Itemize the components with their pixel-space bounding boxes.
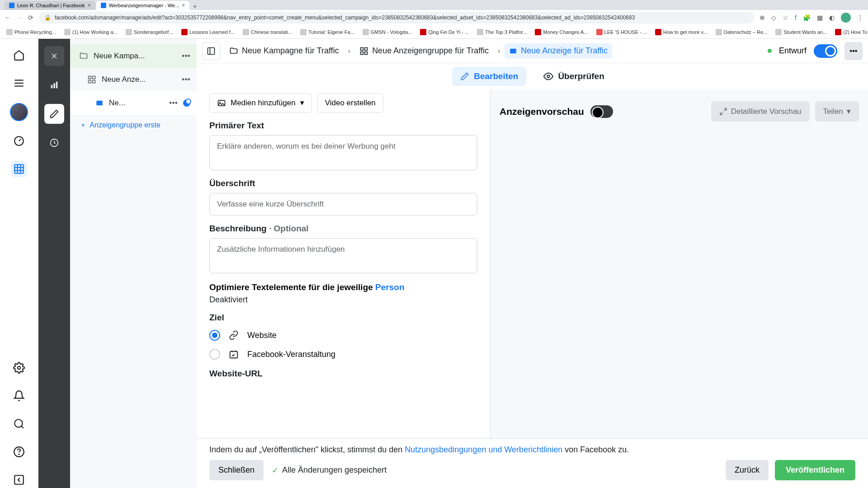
clock-icon[interactable] xyxy=(44,133,64,153)
share-button[interactable]: Teilen ▾ xyxy=(815,101,859,122)
headline-label: Überschrift xyxy=(209,178,477,188)
option-label: Website xyxy=(247,331,277,340)
add-adset-button[interactable]: + Anzeigengruppe erste xyxy=(70,115,197,136)
website-url-label: Website-URL xyxy=(209,369,477,379)
extension-icon[interactable]: ▦ xyxy=(817,14,823,21)
svg-rect-18 xyxy=(53,83,55,88)
search-icon[interactable]: ⊕ xyxy=(760,14,765,21)
close-icon[interactable]: × xyxy=(182,2,185,9)
terms-link[interactable]: Nutzungsbedingungen und Werberichtlinien xyxy=(405,445,562,454)
close-icon[interactable]: × xyxy=(88,2,91,9)
button-label: Video erstellen xyxy=(325,99,376,108)
bookmark-item[interactable]: Datenschutz – Re... xyxy=(716,29,768,35)
tree-adset[interactable]: Neue Anze... ••• xyxy=(70,68,197,91)
bell-icon[interactable] xyxy=(11,388,27,404)
active-toggle[interactable] xyxy=(814,44,837,58)
preview-actions: Detaillierte Vorschau Teilen ▾ xyxy=(711,101,859,122)
gauge-icon[interactable] xyxy=(11,133,27,149)
create-video-button[interactable]: Video erstellen xyxy=(317,93,383,113)
description-input[interactable]: Zusätzliche Informationen hinzufügen xyxy=(209,238,477,273)
svg-rect-24 xyxy=(93,80,95,83)
plus-icon: + xyxy=(81,121,85,129)
pencil-icon[interactable] xyxy=(44,104,64,124)
extension-icon[interactable]: f xyxy=(795,14,797,21)
bookmark-item[interactable]: How to get more v... xyxy=(655,29,708,35)
tab-label: Bearbeiten xyxy=(474,71,518,81)
ziel-event-option[interactable]: Facebook-Veranstaltung xyxy=(209,348,477,361)
forward-icon[interactable]: → xyxy=(16,14,23,21)
tree-ad[interactable]: Ne... ••• xyxy=(70,91,197,115)
bookmark-item[interactable]: Money Changes A... xyxy=(535,29,588,35)
avatar[interactable] xyxy=(10,103,28,121)
bookmark-item[interactable]: Phone Recycling... xyxy=(6,29,56,35)
bookmark-item[interactable]: Chinese translati... xyxy=(243,29,292,35)
breadcrumb-campaign[interactable]: Neue Kampagne für Traffic xyxy=(225,43,344,58)
close-button[interactable] xyxy=(44,46,64,66)
person-link[interactable]: Person xyxy=(375,282,404,292)
bookmark-item[interactable]: LEE 'S HOUSE - ... xyxy=(596,29,647,35)
more-icon[interactable]: ••• xyxy=(169,99,178,108)
panel-toggle-button[interactable] xyxy=(202,42,220,60)
grid-icon[interactable] xyxy=(11,161,27,177)
preview-toggle[interactable] xyxy=(590,105,613,118)
radio-button[interactable] xyxy=(209,349,220,360)
svg-rect-14 xyxy=(14,475,24,484)
bookmark-item[interactable]: Tutorial: Eigene Fa... xyxy=(300,29,354,35)
more-icon[interactable]: ••• xyxy=(182,52,190,61)
svg-rect-17 xyxy=(51,85,53,88)
share-icon[interactable]: ◇ xyxy=(771,14,776,21)
more-icon[interactable]: ••• xyxy=(182,75,190,84)
back-icon[interactable]: ← xyxy=(5,14,11,21)
detailed-preview-button[interactable]: Detaillierte Vorschau xyxy=(711,101,810,122)
tab-edit[interactable]: Bearbeiten xyxy=(452,67,526,86)
bookmark-item[interactable]: (2) How To Add A... xyxy=(835,29,868,35)
more-button[interactable]: ••• xyxy=(844,42,863,60)
bookmark-item[interactable]: GMSN - Vologda... xyxy=(363,29,412,35)
add-media-button[interactable]: Medien hinzufügen ▾ xyxy=(209,93,312,113)
browser-tab-active[interactable]: Werbeanzeigenmanager - We... × xyxy=(96,1,190,10)
ziel-website-option[interactable]: Website xyxy=(209,329,477,342)
reload-icon[interactable]: ⟳ xyxy=(28,14,33,21)
status-dot-icon xyxy=(768,49,772,53)
publish-button[interactable]: Veröffentlichen xyxy=(775,460,855,480)
bookmark-item[interactable]: (1) How Working a... xyxy=(64,29,118,35)
url-input[interactable]: 🔒 facebook.com/adsmanager/manage/ads/edi… xyxy=(39,12,754,23)
extension-icon[interactable]: 🧩 xyxy=(803,14,811,21)
saved-label: Alle Änderungen gespeichert xyxy=(282,465,387,475)
help-icon[interactable] xyxy=(11,444,27,460)
close-button[interactable]: Schließen xyxy=(209,460,264,480)
description-label: Beschreibung · Optional xyxy=(209,224,477,234)
bookmark-item[interactable]: The Top 3 Platfor... xyxy=(477,29,527,35)
preview-title: Anzeigenvorschau xyxy=(500,106,584,117)
menu-icon[interactable]: ⋮ xyxy=(857,14,863,21)
eye-icon xyxy=(543,71,553,81)
bookmark-item[interactable]: Qing Fei De Yi - ... xyxy=(420,29,469,35)
extension-icon[interactable]: ◐ xyxy=(829,14,835,21)
svg-rect-32 xyxy=(510,48,517,53)
home-icon[interactable] xyxy=(11,47,27,63)
grid-icon xyxy=(359,47,368,56)
search-icon[interactable] xyxy=(11,416,27,432)
breadcrumb-ad[interactable]: Neue Anzeige für Traffic xyxy=(505,43,612,58)
chevron-down-icon: ▾ xyxy=(300,98,304,108)
collapse-icon[interactable] xyxy=(11,472,27,488)
tree-campaign[interactable]: Neue Kampa... ••• xyxy=(70,44,197,68)
menu-icon[interactable] xyxy=(11,75,27,91)
browser-tab[interactable]: Leon R. Chaudhari | Facebook × xyxy=(5,1,95,10)
star-icon[interactable]: ☆ xyxy=(783,14,788,21)
breadcrumb-adset[interactable]: Neue Anzeigengruppe für Traffic xyxy=(355,43,493,58)
avatar-icon[interactable] xyxy=(841,13,851,23)
link-icon xyxy=(227,329,240,342)
chart-icon[interactable] xyxy=(44,75,64,95)
primary-text-input[interactable]: Erkläre anderen, worum es bei deiner Wer… xyxy=(209,135,477,170)
bookmark-item[interactable]: Student Wants an... xyxy=(775,29,827,35)
headline-input[interactable]: Verfasse eine kurze Überschrift xyxy=(209,193,477,216)
bookmark-item[interactable]: Sonderangebot!... xyxy=(126,29,173,35)
new-tab-button[interactable]: + xyxy=(190,3,199,10)
gear-icon[interactable] xyxy=(11,360,27,376)
bookmark-item[interactable]: Lessons Learned f... xyxy=(181,29,235,35)
back-button[interactable]: Zurück xyxy=(726,460,769,480)
radio-button[interactable] xyxy=(209,330,220,341)
optimize-heading: Optimiere Textelemente für die jeweilige… xyxy=(209,282,477,292)
tab-review[interactable]: Überprüfen xyxy=(535,67,612,86)
